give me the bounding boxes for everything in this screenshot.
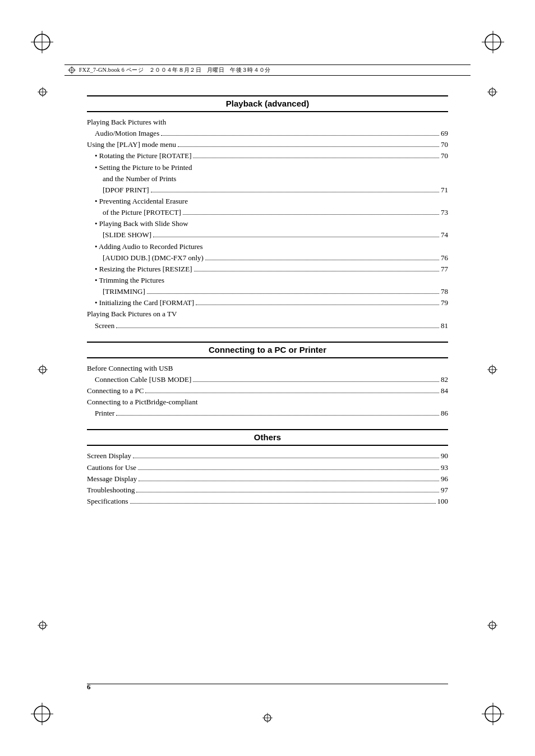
section-title-text: Playback (advanced) bbox=[226, 99, 309, 108]
toc-entry-playing-back-title: Playing Back Pictures with bbox=[87, 117, 448, 128]
toc-entry-trimming-title: • Trimming the Pictures bbox=[87, 275, 448, 286]
toc-entry-protect: of the Picture [PROTECT] 73 bbox=[87, 207, 448, 218]
corner-mark-tl bbox=[31, 31, 53, 53]
section-title-connecting: Connecting to a PC or Printer bbox=[87, 342, 448, 358]
toc-entry-slide-show: [SLIDE SHOW] 74 bbox=[87, 229, 448, 241]
toc-entry-printer: Printer 86 bbox=[87, 408, 448, 419]
toc-connecting: Before Connecting with USB Connection Ca… bbox=[87, 363, 448, 420]
section-title-others-text: Others bbox=[254, 432, 281, 442]
toc-others: Screen Display 90 Cautions for Use 93 Me… bbox=[87, 450, 448, 507]
toc-entry-audio-motion: Audio/Motion Images 69 bbox=[87, 128, 448, 139]
section-title-connecting-text: Connecting to a PC or Printer bbox=[209, 345, 326, 354]
toc-entry-playing-tv-title: Playing Back Pictures on a TV bbox=[87, 308, 448, 320]
toc-entry-message-display: Message Display 96 bbox=[87, 473, 448, 485]
toc-entry-before-usb-title: Before Connecting with USB bbox=[87, 363, 448, 374]
side-mark-bottom-mid bbox=[262, 713, 273, 725]
corner-mark-tr bbox=[482, 31, 504, 53]
corner-mark-br bbox=[482, 703, 504, 725]
side-mark-right-top bbox=[487, 87, 497, 99]
header-bar: FXZ_7-GN.book 6 ページ ２００４年８月２日 月曜日 午後３時４０… bbox=[64, 64, 471, 76]
section-title-playback: Playback (advanced) bbox=[87, 95, 448, 112]
side-mark-left-top bbox=[38, 87, 48, 99]
side-mark-left-mid bbox=[38, 365, 48, 377]
section-others: Others Screen Display 90 Cautions for Us… bbox=[87, 429, 448, 507]
footer-line bbox=[87, 684, 448, 684]
section-connecting: Connecting to a PC or Printer Before Con… bbox=[87, 342, 448, 420]
toc-entry-slide-show-title: • Playing Back with Slide Show bbox=[87, 218, 448, 229]
toc-entry-adding-audio-title: • Adding Audio to Recorded Pictures bbox=[87, 241, 448, 252]
toc-entry-resize: • Resizing the Pictures [RESIZE] 77 bbox=[87, 264, 448, 275]
toc-entry-usb-mode: Connection Cable [USB MODE] 82 bbox=[87, 374, 448, 385]
toc-entry-pictbridge-title: Connecting to a PictBridge-compliant bbox=[87, 397, 448, 408]
toc-entry-trimming: [TRIMMING] 78 bbox=[87, 286, 448, 297]
toc-entry-prevent-erasure-title: • Preventing Accidental Erasure bbox=[87, 196, 448, 207]
section-title-others: Others bbox=[87, 429, 448, 446]
toc-entry-rotate: • Rotating the Picture [ROTATE] 70 bbox=[87, 150, 448, 162]
side-mark-right-mid bbox=[487, 365, 497, 377]
page-number: 6 bbox=[87, 683, 91, 692]
toc-entry-play-mode-menu: Using the [PLAY] mode menu 70 bbox=[87, 139, 448, 150]
toc-entry-troubleshooting: Troubleshooting 97 bbox=[87, 485, 448, 496]
corner-mark-bl bbox=[31, 703, 53, 725]
toc-entry-cautions: Cautions for Use 93 bbox=[87, 462, 448, 473]
side-mark-right-bot bbox=[487, 620, 497, 633]
toc-entry-specifications: Specifications 100 bbox=[87, 496, 448, 507]
toc-entry-screen-display: Screen Display 90 bbox=[87, 450, 448, 462]
toc-entry-number-prints: and the Number of Prints bbox=[87, 173, 448, 185]
toc-entry-connecting-pc: Connecting to a PC 84 bbox=[87, 385, 448, 397]
toc-entry-screen: Screen 81 bbox=[87, 320, 448, 331]
header-crosshair-icon bbox=[68, 66, 76, 74]
toc-playback: Playing Back Pictures with Audio/Motion … bbox=[87, 117, 448, 331]
section-playback-advanced: Playback (advanced) Playing Back Picture… bbox=[87, 95, 448, 331]
toc-entry-setting-picture-title: • Setting the Picture to be Printed bbox=[87, 162, 448, 173]
side-mark-left-bot bbox=[38, 620, 48, 633]
toc-entry-format: • Initializing the Card [FORMAT] 79 bbox=[87, 297, 448, 308]
page: FXZ_7-GN.book 6 ページ ２００４年８月２日 月曜日 午後３時４０… bbox=[0, 0, 535, 756]
content-area: Playback (advanced) Playing Back Picture… bbox=[87, 95, 448, 517]
header-text: FXZ_7-GN.book 6 ページ ２００４年８月２日 月曜日 午後３時４０… bbox=[79, 66, 270, 74]
toc-entry-audio-dub: [AUDIO DUB.] (DMC-FX7 only) 76 bbox=[87, 252, 448, 264]
toc-entry-dpof: [DPOF PRINT] 71 bbox=[87, 185, 448, 196]
